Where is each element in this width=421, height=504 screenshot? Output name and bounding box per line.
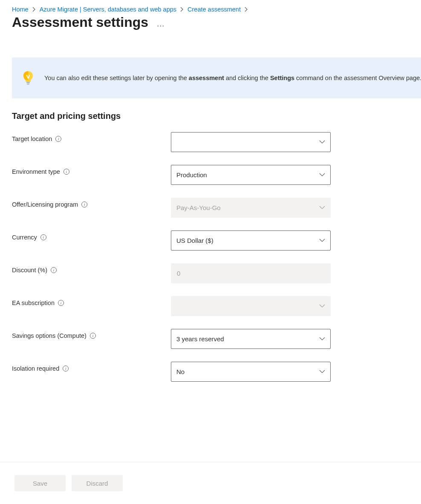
field-offer-licensing: Offer/Licensing program i Pay-As-You-Go [12,198,409,218]
label-currency: Currency i [12,230,171,241]
discard-button[interactable]: Discard [72,475,123,491]
label-ea-subscription: EA subscription i [12,296,171,306]
chevron-right-icon [32,6,36,13]
chevron-down-icon [319,239,325,242]
select-environment-type[interactable]: Production [171,165,331,185]
chevron-down-icon [319,370,325,374]
info-icon[interactable]: i [51,267,57,273]
field-target-location: Target location i [12,132,409,152]
select-savings-options[interactable]: 3 years reserved [171,329,331,349]
info-icon[interactable]: i [63,169,69,175]
info-icon[interactable]: i [58,300,64,306]
page-title: Assessment settings [12,14,148,30]
breadcrumb-create-assessment[interactable]: Create assessment [187,6,241,13]
label-offer-licensing: Offer/Licensing program i [12,198,171,208]
field-discount: Discount (%) i 0 [12,263,409,283]
more-button[interactable]: ··· [157,16,164,29]
chevron-down-icon [319,337,325,341]
section-target-pricing: Target and pricing settings Target locat… [0,98,421,382]
field-currency: Currency i US Dollar ($) [12,230,409,251]
select-ea-subscription [171,296,331,316]
label-savings-options: Savings options (Compute) i [12,329,171,339]
breadcrumb-azure-migrate[interactable]: Azure Migrate | Servers, databases and w… [40,6,176,13]
label-environment-type: Environment type i [12,165,171,175]
lightbulb-icon [22,70,34,86]
save-button[interactable]: Save [14,475,66,491]
label-discount: Discount (%) i [12,263,171,274]
chevron-down-icon [319,206,325,210]
footer-bar: Save Discard [0,462,421,504]
chevron-right-icon [180,6,184,13]
info-banner: You can also edit these settings later b… [12,58,421,98]
info-icon[interactable]: i [90,333,96,339]
label-target-location: Target location i [12,132,171,142]
input-discount: 0 [171,263,331,283]
field-savings-options: Savings options (Compute) i 3 years rese… [12,329,409,349]
field-environment-type: Environment type i Production [12,165,409,185]
info-banner-text: You can also edit these settings later b… [44,75,421,81]
breadcrumb-home[interactable]: Home [12,6,29,13]
chevron-right-icon [245,6,248,13]
info-icon[interactable]: i [55,136,61,142]
chevron-down-icon [319,304,325,308]
page-header: Assessment settings ··· [0,13,421,30]
svg-rect-1 [27,84,29,85]
svg-rect-0 [26,82,30,83]
info-icon[interactable]: i [63,366,69,372]
select-currency[interactable]: US Dollar ($) [171,230,331,251]
select-offer-licensing: Pay-As-You-Go [171,198,331,218]
info-icon[interactable]: i [40,234,46,240]
field-isolation-required: Isolation required i No [12,362,409,382]
chevron-down-icon [319,140,325,144]
info-icon[interactable]: i [81,202,87,207]
chevron-down-icon [319,173,325,177]
select-target-location[interactable] [171,132,331,152]
select-isolation-required[interactable]: No [171,362,331,382]
section-title: Target and pricing settings [12,111,409,121]
label-isolation-required: Isolation required i [12,362,171,372]
breadcrumb: Home Azure Migrate | Servers, databases … [0,0,421,13]
field-ea-subscription: EA subscription i [12,296,409,316]
